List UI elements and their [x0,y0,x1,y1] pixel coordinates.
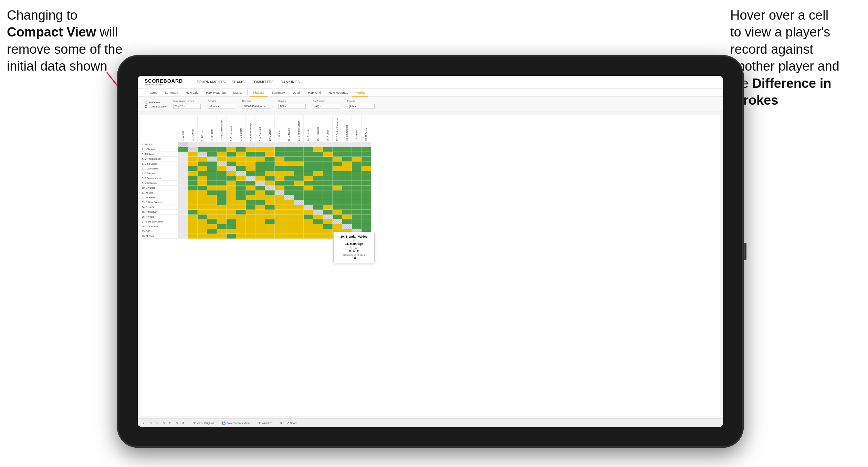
cell-17-17[interactable] [333,219,342,224]
cell-1-16[interactable] [323,142,333,147]
cell-3-9[interactable] [255,152,265,157]
cell-9-4[interactable] [207,181,217,186]
cell-12-13[interactable] [294,195,304,200]
cell-8-1[interactable] [178,176,188,181]
cell-15-16[interactable] [323,210,333,215]
cell-11-13[interactable] [294,190,304,195]
cell-1-8[interactable] [246,142,255,147]
cell-9-19[interactable] [352,181,362,186]
cell-9-6[interactable] [227,181,236,186]
cell-2-7[interactable] [236,147,246,152]
cell-20-1[interactable] [178,234,188,239]
conference-select[interactable]: (All) ▾ [313,104,340,109]
tab-matrix-1[interactable]: Matrix [230,89,245,97]
cell-9-1[interactable] [178,181,188,186]
cell-14-13[interactable] [294,205,304,210]
cell-10-19[interactable] [352,186,362,190]
cell-1-4[interactable] [207,142,217,147]
cell-5-5[interactable] [217,162,227,166]
cell-5-7[interactable] [236,162,246,166]
cell-15-2[interactable] [188,210,198,215]
cell-10-14[interactable] [304,186,313,190]
cell-7-18[interactable] [342,171,352,176]
cell-14-18[interactable] [342,205,352,210]
cell-12-20[interactable] [362,195,371,200]
cell-15-10[interactable] [265,210,275,215]
cell-6-9[interactable] [255,166,265,171]
cell-1-14[interactable] [304,142,313,147]
cell-13-14[interactable] [304,200,313,205]
cell-5-4[interactable] [207,162,217,166]
cell-10-6[interactable] [227,186,236,190]
cell-8-8[interactable] [246,176,255,181]
cell-5-1[interactable] [178,162,188,166]
cell-2-14[interactable] [304,147,313,152]
cell-17-16[interactable] [323,219,333,224]
cell-14-17[interactable] [333,205,342,210]
cell-15-12[interactable] [284,210,294,215]
cell-10-20[interactable] [362,186,371,190]
cell-17-20[interactable] [362,219,371,224]
cell-14-8[interactable] [246,205,255,210]
cell-12-19[interactable] [352,195,362,200]
cell-10-2[interactable] [188,186,198,190]
cell-3-5[interactable] [217,152,227,157]
cell-18-1[interactable] [178,224,188,229]
cell-2-2[interactable] [188,147,198,152]
cell-17-8[interactable] [246,219,255,224]
cell-11-18[interactable] [342,190,352,195]
cell-3-8[interactable] [246,152,255,157]
cell-9-10[interactable] [265,181,275,186]
cell-4-14[interactable] [304,157,313,162]
cell-6-6[interactable] [227,166,236,171]
cell-20-12[interactable] [284,234,294,239]
cell-2-12[interactable] [284,147,294,152]
cell-13-4[interactable] [207,200,217,205]
cell-16-13[interactable] [294,215,304,219]
tab-players-h2h-heatmap[interactable]: H2H Heatmap [325,89,352,97]
cell-2-1[interactable] [178,147,188,152]
cell-6-17[interactable] [333,166,342,171]
cell-12-8[interactable] [246,195,255,200]
cell-16-11[interactable] [275,215,284,219]
cell-16-18[interactable] [342,215,352,219]
cell-6-20[interactable] [362,166,371,171]
cell-18-17[interactable] [333,224,342,229]
cell-5-19[interactable] [352,162,362,166]
redo-button[interactable]: ↪ [156,422,158,425]
cell-15-17[interactable] [333,210,342,215]
cell-6-19[interactable] [352,166,362,171]
cell-12-15[interactable] [313,195,323,200]
cell-18-13[interactable] [294,224,304,229]
cell-3-7[interactable] [236,152,246,157]
cell-6-8[interactable] [246,166,255,171]
cell-17-5[interactable] [217,219,227,224]
nav-rankings[interactable]: RANKINGS [281,79,300,85]
cell-3-3[interactable] [198,152,207,157]
cell-5-16[interactable] [323,162,333,166]
cell-16-10[interactable] [265,215,275,219]
refresh-button[interactable]: ↺ [182,422,185,425]
cell-7-15[interactable] [313,171,323,176]
cell-12-17[interactable] [333,195,342,200]
cell-16-6[interactable] [227,215,236,219]
cell-19-4[interactable] [207,229,217,234]
cell-12-11[interactable] [275,195,284,200]
cell-18-7[interactable] [236,224,246,229]
cell-14-3[interactable] [198,205,207,210]
cell-8-13[interactable] [294,176,304,181]
cell-13-10[interactable] [265,200,275,205]
cell-19-11[interactable] [275,229,284,234]
cell-10-13[interactable] [294,186,304,190]
cell-2-11[interactable] [275,147,284,152]
cell-1-19[interactable] [352,142,362,147]
cell-14-2[interactable] [188,205,198,210]
cell-8-12[interactable] [284,176,294,181]
zoom-in-button[interactable]: ⊕ [176,422,178,425]
cell-10-10[interactable] [265,186,275,190]
cell-20-10[interactable] [265,234,275,239]
cell-18-15[interactable] [313,224,323,229]
cell-10-3[interactable] [198,186,207,190]
cell-11-16[interactable] [323,190,333,195]
cell-7-17[interactable] [333,171,342,176]
